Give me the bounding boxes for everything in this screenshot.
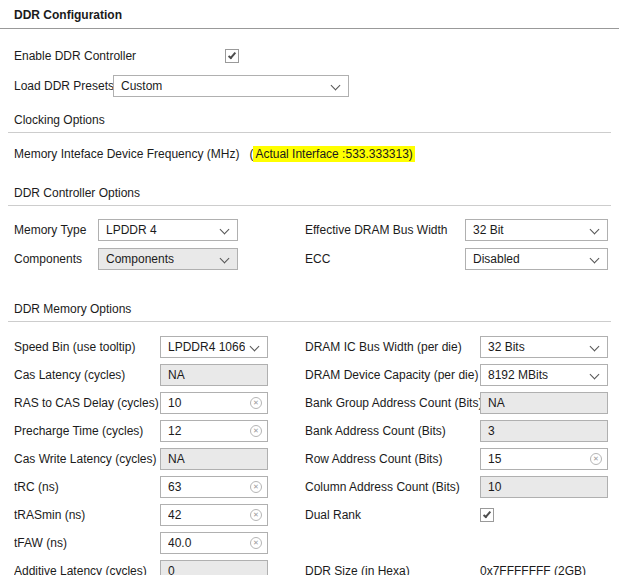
- enable-ddr-label: Enable DDR Controller: [14, 49, 225, 63]
- tfaw-label: tFAW (ns): [14, 536, 160, 550]
- dram-device-capacity-select[interactable]: 8192 MBits: [480, 364, 608, 386]
- speed-bin-label: Speed Bin (use tooltip): [14, 340, 160, 354]
- chevron-down-icon: [590, 342, 600, 352]
- ecc-value: Disabled: [473, 252, 520, 266]
- additive-latency-label: Additive Latency (cycles): [14, 564, 160, 575]
- frequency-row: Memory Inteface Device Frequency (MHz) (…: [0, 146, 619, 162]
- ddr-configuration-panel: DDR Configuration Enable DDR Controller …: [0, 0, 619, 575]
- dual-rank-checkbox[interactable]: [480, 508, 494, 522]
- trasmin-label: tRASmin (ns): [14, 508, 160, 522]
- clear-icon[interactable]: ✕: [250, 425, 262, 437]
- precharge-time-label: Precharge Time (cycles): [14, 424, 160, 438]
- speed-bin-value: LPDDR4 1066: [168, 340, 245, 354]
- dram-device-capacity-value: 8192 MBits: [488, 368, 548, 382]
- ras-to-cas-delay-label: RAS to CAS Delay (cycles): [14, 396, 160, 410]
- memory-row-7: tRASmin (ns) ✕ Dual Rank: [0, 504, 619, 526]
- row-address-count-field[interactable]: ✕: [480, 448, 608, 470]
- clear-icon[interactable]: ✕: [250, 481, 262, 493]
- bank-group-address-count-field: [480, 392, 608, 414]
- trasmin-field[interactable]: ✕: [160, 504, 268, 526]
- effective-bus-width-select[interactable]: 32 Bit: [465, 219, 608, 241]
- clear-icon[interactable]: ✕: [250, 509, 262, 521]
- frequency-actual-value: Actual Interface :533.333313): [253, 146, 414, 162]
- bank-group-address-count-input: [481, 393, 607, 413]
- ddr-size-label: DDR Size (in Hexa): [305, 564, 480, 575]
- effective-bus-width-label: Effective DRAM Bus Width: [305, 223, 465, 237]
- chevron-down-icon: [590, 254, 600, 264]
- bank-address-count-input: [481, 421, 607, 441]
- trc-field[interactable]: ✕: [160, 476, 268, 498]
- chevron-down-icon: [220, 254, 230, 264]
- memory-row-4: Precharge Time (cycles) ✕ Bank Address C…: [0, 420, 619, 442]
- row-address-count-label: Row Address Count (Bits): [305, 452, 480, 466]
- dram-device-capacity-label: DRAM Device Capacity (per die): [305, 368, 480, 382]
- controller-row-1: Memory Type LPDDR 4 Effective DRAM Bus W…: [0, 219, 619, 241]
- frequency-label: Memory Inteface Device Frequency (MHz): [14, 147, 239, 161]
- dram-ic-bus-width-value: 32 Bits: [488, 340, 525, 354]
- dram-ic-bus-width-select[interactable]: 32 Bits: [480, 336, 608, 358]
- bank-address-count-label: Bank Address Count (Bits): [305, 424, 480, 438]
- chevron-down-icon: [331, 81, 341, 91]
- clear-icon[interactable]: ✕: [250, 397, 262, 409]
- checkmark-icon: [483, 510, 491, 519]
- section-divider: [8, 205, 611, 206]
- load-presets-select[interactable]: Custom: [113, 75, 349, 97]
- tfaw-field[interactable]: ✕: [160, 532, 268, 554]
- controller-section-title: DDR Controller Options: [14, 186, 619, 200]
- memory-row-9: Additive Latency (cycles) DDR Size (in H…: [0, 560, 619, 575]
- components-select: Components: [98, 248, 238, 270]
- row-address-count-input[interactable]: [481, 449, 607, 469]
- chevron-down-icon: [590, 225, 600, 235]
- memory-row-2: Cas Latency (cycles) DRAM Device Capacit…: [0, 364, 619, 386]
- column-address-count-input: [481, 477, 607, 497]
- title-divider: [0, 28, 619, 29]
- clear-icon[interactable]: ✕: [590, 453, 602, 465]
- trc-label: tRC (ns): [14, 480, 160, 494]
- memory-row-5: Cas Write Latency (cycles) Row Address C…: [0, 448, 619, 470]
- ecc-select[interactable]: Disabled: [465, 248, 608, 270]
- section-divider: [8, 132, 611, 133]
- components-value: Components: [106, 252, 174, 266]
- clocking-section-title: Clocking Options: [14, 113, 619, 127]
- memory-type-value: LPDDR 4: [106, 223, 157, 237]
- load-presets-row: Load DDR Presets Custom: [0, 75, 619, 97]
- precharge-time-field[interactable]: ✕: [160, 420, 268, 442]
- cas-latency-label: Cas Latency (cycles): [14, 368, 160, 382]
- components-label: Components: [14, 252, 98, 266]
- load-presets-value: Custom: [121, 79, 162, 93]
- memory-row-3: RAS to CAS Delay (cycles) ✕ Bank Group A…: [0, 392, 619, 414]
- memory-type-label: Memory Type: [14, 223, 98, 237]
- checkmark-icon: [228, 51, 236, 60]
- cas-latency-input: [161, 365, 267, 385]
- memory-type-select[interactable]: LPDDR 4: [98, 219, 238, 241]
- column-address-count-field: [480, 476, 608, 498]
- clear-icon[interactable]: ✕: [250, 537, 262, 549]
- memory-row-6: tRC (ns) ✕ Column Address Count (Bits): [0, 476, 619, 498]
- column-address-count-label: Column Address Count (Bits): [305, 480, 480, 494]
- dram-ic-bus-width-label: DRAM IC Bus Width (per die): [305, 340, 480, 354]
- section-divider: [8, 321, 611, 322]
- page-title: DDR Configuration: [0, 0, 619, 28]
- chevron-down-icon: [590, 370, 600, 380]
- cas-write-latency-input: [161, 449, 267, 469]
- memory-section-title: DDR Memory Options: [14, 302, 619, 316]
- ecc-label: ECC: [305, 252, 465, 266]
- enable-ddr-checkbox[interactable]: [225, 49, 239, 63]
- cas-write-latency-field: [160, 448, 268, 470]
- effective-bus-width-value: 32 Bit: [473, 223, 504, 237]
- additive-latency-field: [160, 560, 268, 575]
- controller-row-2: Components Components ECC Disabled: [0, 248, 619, 270]
- memory-row-1: Speed Bin (use tooltip) LPDDR4 1066 DRAM…: [0, 336, 619, 358]
- additive-latency-input: [161, 561, 267, 575]
- enable-ddr-row: Enable DDR Controller: [0, 49, 619, 63]
- speed-bin-select[interactable]: LPDDR4 1066: [160, 336, 268, 358]
- chevron-down-icon: [250, 342, 260, 352]
- memory-row-8: tFAW (ns) ✕: [0, 532, 619, 554]
- cas-write-latency-label: Cas Write Latency (cycles): [14, 452, 160, 466]
- ras-to-cas-delay-field[interactable]: ✕: [160, 392, 268, 414]
- bank-group-address-count-label: Bank Group Address Count (Bits): [305, 396, 480, 410]
- cas-latency-field: [160, 364, 268, 386]
- bank-address-count-field: [480, 420, 608, 442]
- load-presets-label: Load DDR Presets: [14, 79, 113, 93]
- dual-rank-label: Dual Rank: [305, 508, 480, 522]
